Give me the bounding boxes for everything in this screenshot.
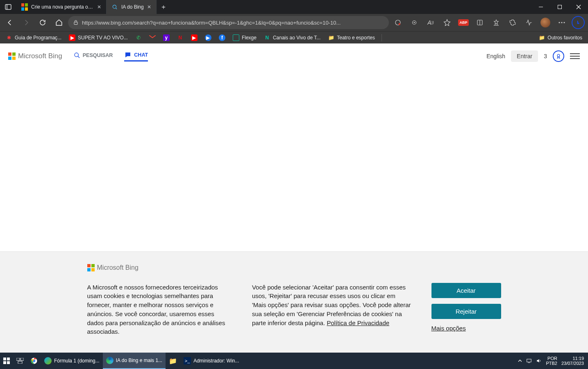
bing-favicon-icon — [111, 4, 118, 10]
network-icon[interactable] — [526, 358, 532, 364]
home-button[interactable] — [52, 16, 66, 29]
svg-rect-28 — [18, 361, 22, 364]
address-bar[interactable]: https://www.bing.com/search?q=nao+funcio… — [68, 16, 389, 29]
forward-button[interactable] — [19, 16, 34, 29]
n-icon: N — [264, 34, 270, 41]
signin-button[interactable]: Entrar — [511, 50, 538, 62]
new-tab-button[interactable]: ＋ — [157, 0, 170, 14]
extensions-icon[interactable] — [505, 16, 520, 29]
task-view-button[interactable] — [13, 353, 27, 369]
system-tray: PORPTB2 11:1923/07/2023 — [514, 356, 588, 366]
browser-tab-1[interactable]: IA do Bing ✕ — [107, 0, 157, 14]
close-window-button[interactable] — [569, 0, 588, 14]
svg-rect-8 — [74, 22, 77, 25]
window-titlebar: Crie uma nova pergunta ou inicia... ✕ IA… — [0, 0, 588, 14]
nav-label: CHAT — [134, 52, 148, 58]
menu-icon[interactable] — [570, 53, 580, 59]
clock[interactable]: 11:1923/07/2023 — [561, 356, 584, 366]
taskbar-app[interactable]: Fórmula 1 (doming... — [41, 353, 103, 369]
bookmark-item[interactable]: N — [175, 34, 186, 42]
close-tab-icon[interactable]: ✕ — [97, 4, 101, 10]
svg-point-21 — [557, 54, 560, 57]
other-bookmarks[interactable]: 📁Outros favoritos — [536, 34, 585, 42]
favorites-bar-icon[interactable] — [489, 16, 504, 29]
browser-tab-0[interactable]: Crie uma nova pergunta ou inicia... ✕ — [16, 0, 107, 14]
yahoo-icon: y — [163, 34, 170, 41]
collections-icon[interactable] — [472, 16, 487, 29]
tab-actions-icon[interactable] — [0, 0, 16, 14]
taskbar-chrome[interactable] — [27, 353, 41, 369]
profile-avatar[interactable] — [538, 16, 553, 29]
bookmark-label: Teatro e esportes — [337, 35, 375, 41]
bookmark-item[interactable] — [147, 34, 158, 42]
cookie-text-col2: Você pode selecionar 'Aceitar' para cons… — [252, 283, 411, 337]
volume-icon[interactable] — [536, 358, 542, 364]
cookie-text-col1: A Microsoft e nossos fornecedores tercei… — [87, 283, 232, 337]
chat-icon — [124, 51, 132, 59]
shopping-icon[interactable] — [390, 16, 405, 29]
facebook-icon: f — [219, 34, 225, 41]
tab-title: IA do Bing — [121, 4, 144, 10]
bookmark-item[interactable]: 📁Teatro e esportes — [325, 34, 377, 42]
taskbar-label: Fórmula 1 (doming... — [54, 358, 100, 364]
more-options-link[interactable]: Mais opções — [431, 325, 501, 332]
tray-chevron-icon[interactable] — [518, 359, 522, 363]
taskbar-explorer[interactable]: 📁 — [166, 353, 180, 369]
bookmark-item[interactable]: ▶ — [202, 34, 214, 42]
privacy-policy-link[interactable]: Política de Privacidade — [327, 319, 390, 326]
youtube-icon: ▶ — [69, 34, 75, 41]
bookmark-item[interactable]: ▶ — [188, 34, 200, 42]
language-indicator[interactable]: PORPTB2 — [546, 356, 557, 366]
powershell-icon: >_ — [184, 357, 191, 364]
language-switch[interactable]: English — [486, 53, 505, 59]
folder-icon: 📁 — [328, 34, 334, 41]
bookmark-label: Guia de Programaç... — [15, 35, 61, 41]
tab-title: Crie uma nova pergunta ou inicia... — [31, 4, 94, 10]
start-button[interactable] — [0, 353, 13, 369]
netflix-icon: N — [177, 34, 184, 41]
svg-rect-25 — [7, 361, 10, 364]
bing-header: Microsoft Bing PESQUISAR CHAT English En… — [0, 43, 588, 69]
rewards-icon[interactable] — [553, 50, 564, 62]
bookmark-item[interactable]: ✱Guia de Programaç... — [3, 34, 64, 42]
taskbar-label: Administrador: Win... — [193, 358, 239, 364]
nav-chat[interactable]: CHAT — [124, 51, 148, 61]
svg-point-16 — [558, 22, 560, 23]
minimize-button[interactable] — [531, 0, 550, 14]
back-button[interactable] — [2, 16, 17, 29]
window-controls — [531, 0, 588, 14]
bookmark-item[interactable]: ▶SUPER TV AO VIVO... — [66, 34, 130, 42]
read-aloud-icon[interactable]: A)) — [423, 16, 438, 29]
bookmark-item[interactable]: f — [216, 34, 228, 42]
youtube-icon: ▶ — [191, 34, 198, 41]
svg-rect-26 — [16, 358, 20, 360]
folder-icon: 📁 — [538, 34, 545, 41]
bookmark-separator — [381, 34, 382, 41]
close-tab-icon[interactable]: ✕ — [147, 4, 151, 10]
taskbar-powershell[interactable]: >_Administrador: Win... — [180, 353, 242, 369]
accept-button[interactable]: Aceitar — [431, 283, 501, 298]
search-icon — [74, 52, 80, 59]
bookmark-item[interactable]: Flexge — [230, 34, 259, 42]
maximize-button[interactable] — [550, 0, 569, 14]
nav-search[interactable]: PESQUISAR — [74, 52, 113, 60]
favorite-icon[interactable] — [440, 16, 454, 29]
browser-toolbar: https://www.bing.com/search?q=nao+funcio… — [0, 14, 588, 31]
more-menu-icon[interactable] — [554, 16, 569, 29]
performance-icon[interactable] — [522, 16, 536, 29]
location-icon[interactable] — [407, 16, 422, 29]
bookmark-item[interactable]: ✆ — [133, 34, 144, 42]
reject-button[interactable]: Rejeitar — [431, 304, 501, 319]
page-content: Microsoft Bing PESQUISAR CHAT English En… — [0, 43, 588, 353]
taskbar-label: IA do Bing e mais 1... — [116, 358, 162, 363]
bookmark-item[interactable]: NCanais ao Vivo de T... — [261, 34, 323, 42]
browser-tabs: Crie uma nova pergunta ou inicia... ✕ IA… — [16, 0, 531, 14]
svg-rect-24 — [3, 361, 6, 364]
bing-logo[interactable]: Microsoft Bing — [8, 52, 62, 60]
bing-discover-icon[interactable] — [571, 16, 586, 29]
microsoft-logo-icon — [87, 264, 95, 271]
bookmark-item[interactable]: y — [161, 34, 172, 42]
abp-extension-icon[interactable]: ABP — [456, 16, 471, 29]
taskbar-edge[interactable]: IA do Bing e mais 1... — [103, 353, 166, 369]
refresh-button[interactable] — [35, 16, 50, 29]
